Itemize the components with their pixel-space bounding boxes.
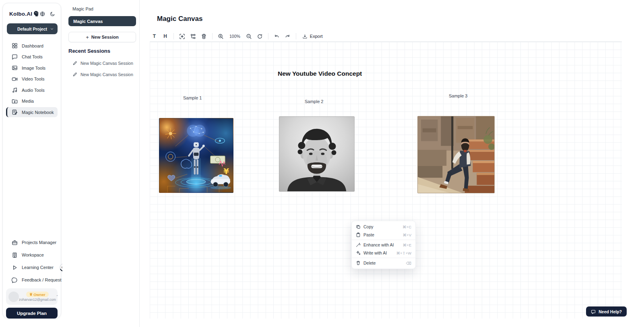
sidebar-item-label: Projects Manager xyxy=(22,240,56,245)
export-button[interactable]: Export xyxy=(300,34,325,39)
ai-select-icon xyxy=(179,33,185,39)
ai-head-logo-icon xyxy=(33,10,40,17)
need-help-label: Need Help? xyxy=(599,309,622,314)
sidebar-item-learning-center[interactable]: Learning Center 66% xyxy=(6,262,58,273)
sidebar-item-image-tools[interactable]: Image Tools xyxy=(6,63,58,73)
sidebar-item-label: Image Tools xyxy=(22,66,45,70)
sample-1-label[interactable]: Sample 1 xyxy=(183,95,202,100)
canvas-toolbar: T H 100% xyxy=(150,31,325,41)
menu-item-label: Delete xyxy=(363,261,376,265)
reset-view-button[interactable] xyxy=(255,32,264,41)
ai-select-tool-button[interactable] xyxy=(178,32,187,41)
main-area: Magic Canvas T H 100% xyxy=(140,0,644,327)
menu-item-copy[interactable]: Copy ⌘+C xyxy=(352,223,415,231)
sidebar-item-label: Learning Center xyxy=(22,265,54,270)
session-list-item[interactable]: New Magic Canvas Session xyxy=(72,61,133,66)
pencil-icon xyxy=(72,61,77,66)
menu-shortcut: ⌘+⇧+W xyxy=(396,251,411,255)
menu-shortcut: ⌫ xyxy=(406,261,411,265)
magic-canvas-surface[interactable]: New Youtube Video Concept Sample 1 Sampl… xyxy=(150,41,622,319)
plus-icon: + xyxy=(86,34,89,40)
sidebar-item-label: Workspace xyxy=(22,252,44,257)
audio-icon xyxy=(12,87,18,93)
crown-icon: ♛ xyxy=(29,292,33,296)
sample-3-image[interactable] xyxy=(417,116,495,193)
ai-collage-art: ¥ xyxy=(159,118,233,192)
recent-sessions-heading: Recent Sessions xyxy=(68,48,110,54)
brand-logo: Kolbo.AI xyxy=(9,11,32,17)
menu-item-label: Enhance with AI xyxy=(363,242,394,247)
sidebar-item-projects-manager[interactable]: Projects Manager xyxy=(6,237,58,248)
language-globe-icon[interactable] xyxy=(40,11,45,17)
sidebar-item-media[interactable]: Media xyxy=(6,96,58,106)
projects-icon xyxy=(12,240,18,246)
workspace-icon xyxy=(12,252,18,258)
trash-icon xyxy=(356,261,361,265)
logo-row: Kolbo.AI xyxy=(6,7,58,17)
sidebar-item-dashboard[interactable]: Dashboard xyxy=(6,41,58,51)
sparkles-icon xyxy=(356,250,361,255)
text-tool-glyph: T xyxy=(153,33,156,39)
menu-item-write-with-ai[interactable]: Write with AI ⌘+⇧+W xyxy=(352,249,415,257)
sidebar-item-workspace[interactable]: Workspace xyxy=(6,250,58,260)
zoom-out-button[interactable] xyxy=(244,32,254,41)
media-icon xyxy=(12,98,18,104)
session-item-label: New Magic Canvas Session xyxy=(80,61,133,66)
sample-3-label[interactable]: Sample 3 xyxy=(449,93,467,98)
heading-tool-button[interactable]: H xyxy=(161,32,170,41)
sidebar-nav: Dashboard Chat Tools Image Tools Video T… xyxy=(6,41,58,118)
redo-button[interactable] xyxy=(283,32,292,41)
menu-item-enhance-with-ai[interactable]: Enhance with AI ⌘+E xyxy=(352,241,415,249)
sessions-panel: Magic Pad Magic Canvas + New Session Rec… xyxy=(62,0,140,327)
session-list-item[interactable]: New Magic Canvas Session xyxy=(72,72,133,77)
text-tool-button[interactable]: T xyxy=(150,32,159,41)
sidebar-item-chat-tools[interactable]: Chat Tools xyxy=(6,52,58,62)
user-card[interactable]: ♛ Owner zoharvan12@gmail.com ⌃ xyxy=(6,288,58,305)
dark-mode-moon-icon[interactable] xyxy=(50,11,55,17)
sidebar-item-label: Feedback / Request xyxy=(22,277,61,282)
magic-canvas-item-selected[interactable]: Magic Canvas xyxy=(68,16,136,26)
sidebar-item-magic-notebook[interactable]: Magic Notebook xyxy=(6,107,58,117)
feedback-icon xyxy=(12,277,18,283)
sample-2-label[interactable]: Sample 2 xyxy=(305,99,323,104)
sample-2-image[interactable] xyxy=(279,116,355,192)
toolbar-separator xyxy=(268,33,268,39)
project-selector-label: Default Project xyxy=(17,27,47,31)
sidebar-item-video-tools[interactable]: Video Tools xyxy=(6,74,58,84)
sidebar-item-feedback-request[interactable]: Feedback / Request xyxy=(6,275,58,285)
user-card-chevron-icon: ⌃ xyxy=(56,295,59,298)
sidebar-item-label: Media xyxy=(22,99,34,103)
magic-pad-item[interactable]: Magic Pad xyxy=(72,6,93,11)
video-icon xyxy=(12,76,18,82)
connector-icon xyxy=(190,33,196,39)
sample-1-image[interactable]: ¥ xyxy=(159,118,233,193)
new-session-button[interactable]: + New Session xyxy=(68,32,136,42)
delete-tool-button[interactable] xyxy=(199,32,208,41)
canvas-heading-text[interactable]: New Youtube Video Concept xyxy=(278,70,362,77)
new-session-label: New Session xyxy=(91,35,119,39)
sidebar-item-label: Audio Tools xyxy=(22,88,45,93)
menu-item-label: Paste xyxy=(363,232,374,237)
magic-wand-icon xyxy=(356,242,361,247)
menu-shortcut: ⌘+V xyxy=(403,233,411,237)
sidebar-item-audio-tools[interactable]: Audio Tools xyxy=(6,85,58,95)
connector-tool-button[interactable] xyxy=(188,32,198,41)
menu-item-delete[interactable]: Delete ⌫ xyxy=(352,259,415,267)
sidebar-item-label: Dashboard xyxy=(22,43,43,48)
copy-icon xyxy=(356,224,361,229)
undo-icon xyxy=(274,33,280,39)
role-badge-label: Owner xyxy=(33,292,45,297)
sidebar-item-label: Magic Notebook xyxy=(22,110,54,115)
toolbar-separator xyxy=(212,33,213,39)
undo-button[interactable] xyxy=(272,32,281,41)
upgrade-plan-button[interactable]: Upgrade Plan xyxy=(6,308,58,319)
chat-icon xyxy=(12,54,18,60)
paste-icon xyxy=(356,232,361,237)
need-help-button[interactable]: Need Help? xyxy=(586,306,627,317)
menu-item-paste[interactable]: Paste ⌘+V xyxy=(352,231,415,239)
zoom-in-button[interactable] xyxy=(216,32,225,41)
chevron-down-icon xyxy=(50,27,54,31)
play-icon xyxy=(12,265,18,271)
project-selector[interactable]: Default Project xyxy=(7,23,58,34)
primary-sidebar: Kolbo.AI Default Project Dashboard xyxy=(2,3,61,319)
